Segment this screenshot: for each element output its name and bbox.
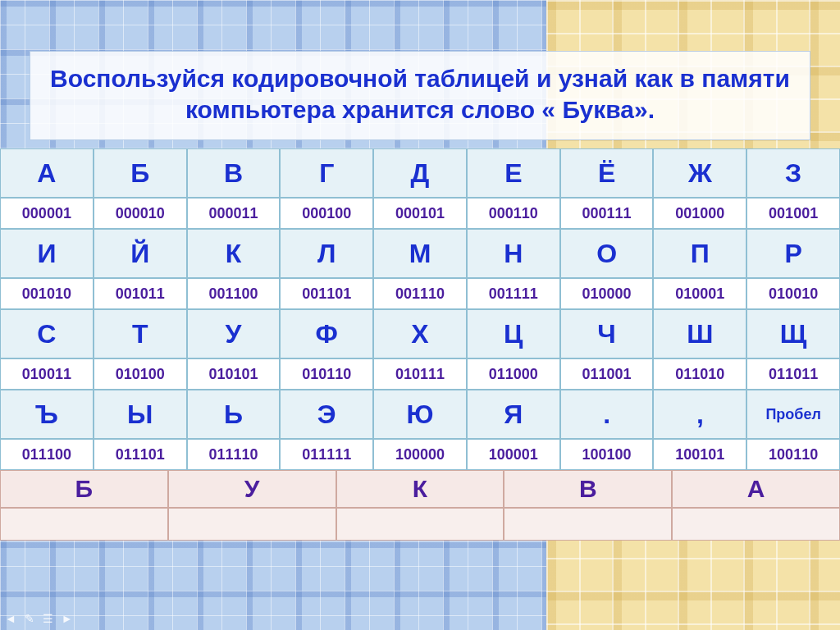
- encoding-code-cell: 001101: [280, 278, 373, 309]
- encoding-code-cell: 010011: [0, 358, 94, 390]
- encoding-code-cell: 001110: [373, 278, 467, 309]
- encoding-letter-cell: В: [187, 148, 281, 198]
- encoding-letter-cell: ,: [653, 390, 746, 439]
- answer-table: БУКВА: [0, 470, 840, 541]
- answer-letter-cell: К: [336, 470, 504, 508]
- title-text: Воспользуйся кодировочной таблицей и узн…: [40, 63, 800, 125]
- encoding-code-cell: 001001: [746, 198, 840, 229]
- encoding-letter-cell: Х: [373, 309, 467, 358]
- encoding-code-cell: 000001: [0, 198, 94, 229]
- encoding-code-cell: 011010: [653, 358, 746, 390]
- encoding-letter-cell: И: [0, 229, 94, 278]
- encoding-letter-cell: Ш: [653, 309, 746, 358]
- answer-letter-cell: А: [672, 470, 840, 508]
- encoding-letter-cell: З: [746, 148, 840, 198]
- encoding-code-cell: 010100: [94, 358, 187, 390]
- encoding-letter-cell: Л: [280, 229, 373, 278]
- title-box: Воспользуйся кодировочной таблицей и узн…: [30, 51, 810, 140]
- encoding-code-cell: 000101: [373, 198, 467, 229]
- encoding-letter-cell: Пробел: [746, 390, 840, 439]
- encoding-code-cell: 010001: [653, 278, 746, 309]
- encoding-code-cell: 011001: [560, 358, 654, 390]
- encoding-code-cell: 100001: [467, 439, 560, 470]
- encoding-code-cell: 010111: [373, 358, 467, 390]
- encoding-letter-cell: А: [0, 148, 94, 198]
- encoding-code-cell: 010010: [746, 278, 840, 309]
- encoding-letter-cell: .: [560, 390, 654, 439]
- encoding-letter-cell: Г: [280, 148, 373, 198]
- encoding-letter-cell: Д: [373, 148, 467, 198]
- encoding-letter-cell: К: [187, 229, 281, 278]
- encoding-letter-cell: Ц: [467, 309, 560, 358]
- encoding-letter-cell: Ы: [94, 390, 187, 439]
- encoding-code-cell: 100000: [373, 439, 467, 470]
- encoding-letter-cell: Э: [280, 390, 373, 439]
- encoding-letter-cell: Ю: [373, 390, 467, 439]
- encoding-letter-cell: Я: [467, 390, 560, 439]
- nav-controls: ◄ ✎ ☰ ►: [5, 612, 73, 625]
- encoding-code-cell: 001011: [94, 278, 187, 309]
- encoding-letter-cell: Б: [94, 148, 187, 198]
- encoding-code-cell: 010110: [280, 358, 373, 390]
- encoding-code-cell: 100110: [746, 439, 840, 470]
- encoding-code-cell: 011100: [0, 439, 94, 470]
- prev-icon[interactable]: ◄: [5, 612, 16, 625]
- encoding-code-cell: 011111: [280, 439, 373, 470]
- encoding-letter-cell: С: [0, 309, 94, 358]
- encoding-letter-cell: Ж: [653, 148, 746, 198]
- encoding-code-cell: 011110: [187, 439, 281, 470]
- encoding-letter-cell: Ь: [187, 390, 281, 439]
- answer-code-cell[interactable]: [0, 508, 168, 541]
- answer-letter-cell: У: [168, 470, 336, 508]
- encoding-letter-cell: П: [653, 229, 746, 278]
- encoding-letter-cell: Ч: [560, 309, 654, 358]
- encoding-letter-cell: Ф: [280, 309, 373, 358]
- encoding-code-cell: 001100: [187, 278, 281, 309]
- encoding-code-cell: 000111: [560, 198, 654, 229]
- encoding-letter-cell: Р: [746, 229, 840, 278]
- answer-code-cell[interactable]: [672, 508, 840, 541]
- encoding-table: АБВГДЕЁЖЗ0000010000100000110001000001010…: [0, 148, 840, 470]
- answer-letter-cell: Б: [0, 470, 168, 508]
- encoding-letter-cell: М: [373, 229, 467, 278]
- encoding-letter-cell: Н: [467, 229, 560, 278]
- encoding-letter-cell: Ъ: [0, 390, 94, 439]
- answer-code-cell[interactable]: [168, 508, 336, 541]
- pen-icon[interactable]: ✎: [25, 612, 34, 625]
- encoding-letter-cell: Й: [94, 229, 187, 278]
- menu-icon[interactable]: ☰: [43, 612, 53, 625]
- answer-code-cell[interactable]: [336, 508, 504, 541]
- encoding-code-cell: 011011: [746, 358, 840, 390]
- encoding-code-cell: 000100: [280, 198, 373, 229]
- encoding-code-cell: 011000: [467, 358, 560, 390]
- encoding-code-cell: 000110: [467, 198, 560, 229]
- encoding-letter-cell: О: [560, 229, 654, 278]
- encoding-code-cell: 000010: [94, 198, 187, 229]
- encoding-letter-cell: Щ: [746, 309, 840, 358]
- encoding-letter-cell: У: [187, 309, 281, 358]
- encoding-code-cell: 001000: [653, 198, 746, 229]
- encoding-code-cell: 100101: [653, 439, 746, 470]
- encoding-code-cell: 001111: [467, 278, 560, 309]
- encoding-code-cell: 010101: [187, 358, 281, 390]
- encoding-code-cell: 100100: [560, 439, 654, 470]
- encoding-code-cell: 011101: [94, 439, 187, 470]
- encoding-letter-cell: Е: [467, 148, 560, 198]
- encoding-code-cell: 010000: [560, 278, 654, 309]
- encoding-letter-cell: Ё: [560, 148, 654, 198]
- encoding-letter-cell: Т: [94, 309, 187, 358]
- answer-letter-cell: В: [504, 470, 672, 508]
- encoding-code-cell: 001010: [0, 278, 94, 309]
- encoding-code-cell: 000011: [187, 198, 281, 229]
- next-icon[interactable]: ►: [62, 612, 73, 625]
- answer-code-cell[interactable]: [504, 508, 672, 541]
